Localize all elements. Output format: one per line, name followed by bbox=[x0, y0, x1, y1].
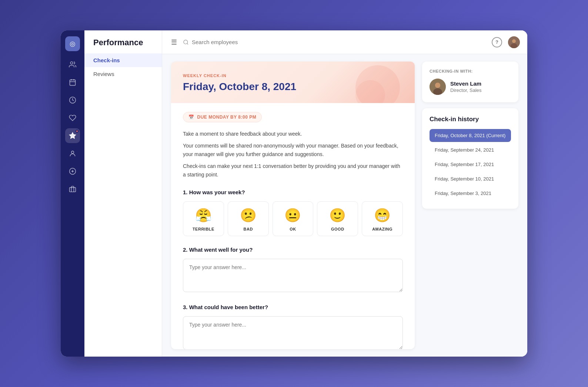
content-area: WEEKLY CHECK-IN Friday, October 8, 2021 … bbox=[162, 54, 527, 357]
history-item-sep3[interactable]: Friday, September 3, 2021 bbox=[430, 187, 511, 200]
clock-icon[interactable] bbox=[65, 93, 80, 108]
person-title: Director, Sales bbox=[450, 87, 482, 93]
amazing-emoji: 😁 bbox=[374, 208, 391, 223]
emoji-terrible[interactable]: 😤 TERRIBLE bbox=[183, 201, 224, 236]
topbar: ☰ ? bbox=[162, 30, 527, 54]
heart-icon[interactable] bbox=[65, 110, 80, 125]
question-1-label: 1. How was your week? bbox=[183, 189, 403, 195]
people-icon[interactable] bbox=[65, 57, 80, 72]
star-icon[interactable] bbox=[65, 128, 80, 143]
sidebar-icons: ◎ bbox=[61, 30, 84, 357]
due-badge: 📅 DUE MONDAY BY 8:00 PM bbox=[183, 112, 262, 122]
svg-rect-1 bbox=[70, 80, 76, 85]
checkin-desc-2: Your comments will be shared non-anonymo… bbox=[183, 142, 403, 158]
question-2-answer[interactable] bbox=[183, 259, 403, 292]
checking-with-person: Steven Lam Director, Sales bbox=[430, 79, 511, 95]
page-title: Performance bbox=[84, 30, 162, 53]
calendar-due-icon: 📅 bbox=[188, 115, 194, 120]
history-title: Check-in history bbox=[430, 116, 511, 123]
checkin-desc-1: Take a moment to share feedback about yo… bbox=[183, 130, 403, 138]
bad-emoji: 😕 bbox=[240, 208, 257, 223]
question-2-label: 2. What went well for you? bbox=[183, 247, 403, 253]
history-item-sep17[interactable]: Friday, September 17, 2021 bbox=[430, 158, 511, 171]
profile-circle-icon[interactable] bbox=[65, 146, 80, 161]
question-1-section: 1. How was your week? 😤 TERRIBLE 😕 BAD bbox=[183, 189, 403, 236]
nav-item-checkins[interactable]: Check-ins bbox=[84, 53, 162, 67]
search-input[interactable] bbox=[192, 39, 266, 45]
emoji-grid: 😤 TERRIBLE 😕 BAD 😐 OK bbox=[183, 201, 403, 236]
person-info: Steven Lam Director, Sales bbox=[450, 80, 482, 93]
svg-marker-6 bbox=[70, 133, 76, 139]
nav-item-reviews[interactable]: Reviews bbox=[84, 67, 162, 81]
checkin-card: WEEKLY CHECK-IN Friday, October 8, 2021 … bbox=[171, 62, 415, 349]
emoji-amazing[interactable]: 😁 AMAZING bbox=[362, 201, 403, 236]
user-avatar[interactable] bbox=[508, 36, 520, 48]
question-3-label: 3. What could have been better? bbox=[183, 304, 403, 310]
person-name: Steven Lam bbox=[450, 80, 482, 87]
emoji-bad[interactable]: 😕 BAD bbox=[228, 201, 269, 236]
right-panel: CHECKING-IN WITH: Steven Lam bbox=[422, 62, 518, 349]
terrible-label: TERRIBLE bbox=[193, 227, 214, 231]
checkin-weekly-label: WEEKLY CHECK-IN bbox=[183, 73, 403, 78]
svg-line-13 bbox=[187, 43, 188, 44]
ok-label: OK bbox=[290, 227, 296, 231]
checkin-desc-3: Check-ins can make your next 1:1 convers… bbox=[183, 162, 403, 179]
terrible-emoji: 😤 bbox=[195, 208, 212, 223]
help-icon[interactable]: ? bbox=[492, 37, 502, 47]
left-nav: Performance Check-ins Reviews bbox=[84, 30, 162, 357]
checkin-body: 📅 DUE MONDAY BY 8:00 PM Take a moment to… bbox=[171, 103, 415, 349]
history-item-sep10[interactable]: Friday, September 10, 2021 bbox=[430, 172, 511, 185]
svg-point-15 bbox=[512, 39, 516, 43]
svg-point-12 bbox=[184, 40, 188, 44]
svg-point-20 bbox=[435, 83, 440, 88]
svg-rect-11 bbox=[70, 188, 76, 192]
history-item-sep24[interactable]: Friday, September 24, 2021 bbox=[430, 143, 511, 156]
question-3-section: 3. What could have been better? bbox=[183, 304, 403, 349]
bad-label: BAD bbox=[244, 227, 253, 231]
main-content: ☰ ? bbox=[162, 30, 527, 357]
history-card: Check-in history Friday, October 8, 2021… bbox=[422, 108, 518, 209]
calendar-icon[interactable] bbox=[65, 75, 80, 90]
checking-with-card: CHECKING-IN WITH: Steven Lam bbox=[422, 62, 518, 102]
person-avatar bbox=[430, 79, 446, 95]
box-icon[interactable] bbox=[65, 182, 80, 196]
logo-icon[interactable]: ◎ bbox=[65, 36, 80, 51]
dollar-icon[interactable] bbox=[65, 164, 80, 179]
emoji-good[interactable]: 🙂 GOOD bbox=[317, 201, 358, 236]
good-label: GOOD bbox=[331, 227, 344, 231]
due-text: DUE MONDAY BY 8:00 PM bbox=[197, 115, 257, 120]
question-2-section: 2. What went well for you? bbox=[183, 247, 403, 294]
menu-icon[interactable]: ☰ bbox=[170, 37, 178, 48]
checkin-date-title: Friday, October 8, 2021 bbox=[183, 81, 403, 93]
checkin-header: WEEKLY CHECK-IN Friday, October 8, 2021 bbox=[171, 62, 415, 103]
history-item-current[interactable]: Friday, October 8, 2021 (Current) bbox=[430, 129, 511, 142]
svg-point-7 bbox=[71, 151, 74, 153]
svg-point-0 bbox=[70, 62, 73, 64]
ok-emoji: 😐 bbox=[284, 208, 301, 223]
app-window: ◎ bbox=[61, 30, 527, 357]
search-icon bbox=[183, 39, 189, 45]
search-bar bbox=[183, 39, 487, 45]
good-emoji: 🙂 bbox=[329, 208, 346, 223]
question-3-answer[interactable] bbox=[183, 316, 403, 349]
emoji-ok[interactable]: 😐 OK bbox=[273, 201, 314, 236]
checking-with-label: CHECKING-IN WITH: bbox=[430, 69, 511, 73]
amazing-label: AMAZING bbox=[372, 227, 392, 231]
topbar-right: ? bbox=[492, 36, 520, 48]
